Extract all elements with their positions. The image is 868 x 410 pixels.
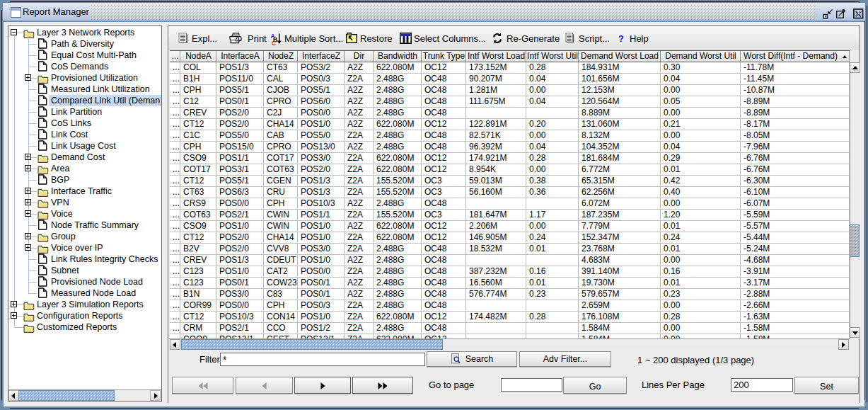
- svg-text:C: C: [272, 40, 276, 46]
